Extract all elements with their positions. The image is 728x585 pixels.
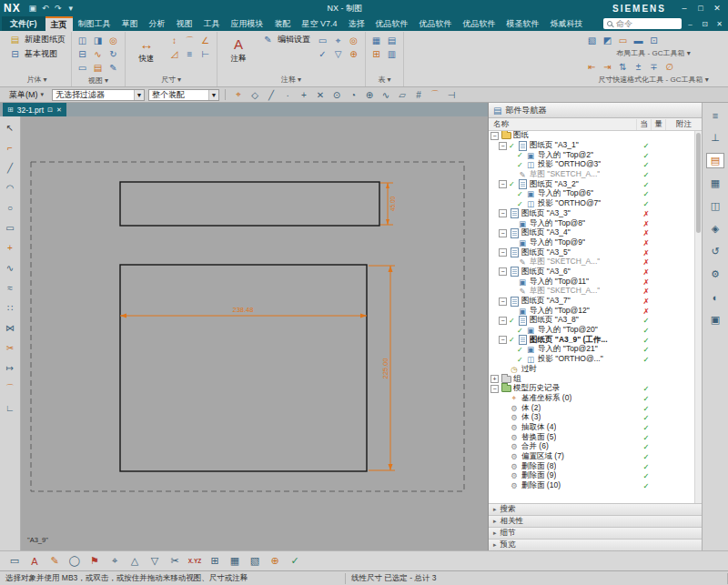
linear-dimension-icon[interactable]: ↕ (167, 35, 181, 46)
collapse-icon[interactable]: − (499, 267, 507, 276)
menu-tab-7[interactable]: 应用模块 (226, 16, 269, 31)
tree-row[interactable]: ⚙体 (3)✓ (489, 413, 694, 423)
chamfer-dimension-icon[interactable]: ◿ (167, 48, 181, 60)
system-materials-icon[interactable]: ▣ (706, 312, 724, 328)
menu-file[interactable]: 文件(F) (2, 16, 46, 31)
section-search[interactable]: ▸搜索 (489, 503, 702, 515)
tree-row[interactable]: ⚙删除面 (8)✓ (489, 461, 694, 471)
tree-row[interactable]: −图纸页 "A3_7"✗ (489, 297, 694, 307)
thickness-dimension-icon[interactable]: ≡ (183, 48, 197, 60)
visibility-check-icon[interactable]: ✓ (509, 336, 516, 344)
scrollbar-thumb[interactable] (696, 133, 701, 233)
selection-filter-dropdown[interactable]: 无选择过滤器 ▼ (52, 89, 145, 101)
visibility-check-icon[interactable]: ✓ (509, 317, 516, 325)
rectangle-icon[interactable]: ▭ (3, 222, 17, 234)
tree-row[interactable]: ⚙删除面 (9)✓ (489, 471, 694, 481)
process-studio-icon[interactable]: ⚙ (706, 267, 724, 282)
tree-row[interactable]: ⚙合并 (6)✓ (489, 442, 694, 452)
redo-icon[interactable]: ↷ (52, 4, 65, 13)
tree-row[interactable]: ✎草图 "SKETCH_A..."✓ (489, 170, 694, 180)
bounded-grid-icon[interactable]: # (411, 88, 426, 102)
sheet-frame-icon[interactable]: ▭ (616, 35, 630, 46)
display-sheet-icon[interactable]: ▤ (91, 62, 105, 74)
collapse-icon[interactable]: − (499, 142, 507, 150)
doc-minimize-button[interactable]: – (684, 20, 696, 28)
reuse-library-icon[interactable]: ▦ (706, 176, 724, 191)
menu-tab-2[interactable]: 制图工具 (73, 16, 116, 31)
part-navigator-icon[interactable]: ▤ (706, 153, 724, 168)
menu-tab-12[interactable]: 优品软件 (414, 16, 458, 31)
break-view-icon[interactable]: ∿ (91, 48, 105, 60)
tree-row[interactable]: −模型历史记录✓ (489, 384, 694, 394)
line-icon[interactable]: ╱ (3, 162, 17, 174)
tree-row[interactable]: ⌖基准坐标系 (0)✓ (489, 394, 694, 404)
point-on-curve-icon[interactable]: ∿ (379, 88, 393, 102)
curve-rule-icon[interactable]: ⌒ (428, 88, 442, 102)
visibility-check-icon[interactable]: ✓ (517, 190, 524, 198)
quadrant-point-icon[interactable]: ◔ (346, 88, 360, 102)
edit-settings-button[interactable]: ✎编辑设置 (259, 33, 312, 46)
command-search-input[interactable]: 命令 (603, 18, 682, 29)
local-section-view-icon[interactable]: ◨ (91, 35, 105, 46)
scrollbar[interactable] (694, 131, 702, 503)
menu-tab-6[interactable]: 工具 (198, 16, 226, 31)
horizontal-dimension-text[interactable]: 238.48 (233, 306, 254, 314)
menu-tab-1[interactable]: 主页 (46, 16, 73, 31)
rapid-dimension-button[interactable]: ↔快速 (129, 33, 164, 65)
mid-point-icon[interactable]: ∙ (280, 88, 295, 102)
chamfer-icon[interactable]: ∟ (3, 402, 17, 414)
dim-text-orient-icon[interactable]: ⇅ (616, 61, 630, 73)
pattern-curve-icon[interactable]: ∷ (3, 302, 17, 314)
tab-restore-icon[interactable]: ⊡ (47, 106, 53, 114)
collapse-icon[interactable]: − (499, 298, 507, 306)
table-icon[interactable]: ▦ (227, 553, 243, 569)
visibility-check-icon[interactable]: ✓ (517, 200, 524, 208)
flag-icon[interactable]: ⚑ (86, 553, 103, 569)
dim-tolerance-icon[interactable]: ∓ (647, 61, 661, 73)
control-point-icon[interactable]: + (297, 88, 311, 102)
column-comment[interactable]: 附注 (665, 119, 702, 130)
collapse-icon[interactable]: − (490, 385, 499, 393)
intersection-icon[interactable]: ✕ (313, 88, 328, 102)
collapse-icon[interactable]: − (499, 229, 507, 237)
column-current[interactable]: 当 (636, 119, 651, 130)
tree-row[interactable]: ▣导入的 "Top@8"✗ (489, 218, 694, 228)
section-preview[interactable]: ▸预览 (489, 539, 702, 550)
tree-row[interactable]: ⚙抽取体 (4)✓ (489, 423, 694, 433)
weld-symbol-icon[interactable]: ▽ (331, 48, 345, 60)
tab-close-icon[interactable]: ✕ (56, 106, 62, 114)
point-icon[interactable]: + (3, 242, 17, 254)
minimize-button[interactable]: – (677, 2, 692, 15)
circle-icon[interactable]: ○ (3, 202, 17, 214)
tree-row[interactable]: ⚙替换面 (5)✓ (489, 432, 694, 442)
save-icon[interactable]: ▣ (26, 4, 39, 13)
menu-tab-5[interactable]: 视图 (171, 16, 198, 31)
radial-dimension-icon[interactable]: ⌒ (183, 35, 197, 46)
selection-scope-dropdown[interactable]: 整个装配 ▼ (148, 89, 219, 101)
doc-close-button[interactable]: ✕ (713, 20, 725, 28)
new-sheet-button[interactable]: ▤新建图纸页 (6, 33, 67, 46)
hd3d-tools-icon[interactable]: ◈ (706, 221, 724, 237)
section-view-icon[interactable]: ⊟ (76, 48, 89, 60)
menu-tab-15[interactable]: 烁威科技 (545, 16, 589, 31)
visibility-check-icon[interactable]: ✓ (517, 327, 524, 335)
main-rectangle[interactable] (120, 265, 367, 471)
maximize-button[interactable]: □ (693, 2, 708, 15)
constraint-navigator-icon[interactable]: ⊥ (706, 130, 724, 146)
tree-row[interactable]: ⚙体 (2)✓ (489, 403, 694, 413)
column-quantity[interactable]: 量 (651, 119, 665, 130)
center-mark-icon[interactable]: ⊕ (347, 48, 360, 60)
grid-icon[interactable]: ⊞ (207, 553, 223, 569)
arc-icon[interactable]: ◠ (3, 182, 17, 194)
tree-row[interactable]: ▣导入的 "Top@9"✗ (489, 238, 694, 248)
check-icon[interactable]: ✓ (287, 553, 303, 569)
tree-row[interactable]: ✎草图 "SKETCH_A..."✗ (489, 287, 694, 297)
menu-tab-10[interactable]: 选择 (343, 16, 370, 31)
scissors-icon[interactable]: ✂ (167, 553, 183, 569)
arc-center-icon[interactable]: ⊙ (329, 88, 344, 102)
tree-row[interactable]: −图纸页 "A3_4"✗ (489, 228, 694, 238)
align-view-icon[interactable]: ◩ (601, 35, 614, 46)
visibility-check-icon[interactable]: ✓ (517, 151, 524, 159)
collapse-icon[interactable]: − (499, 317, 507, 325)
expand-icon[interactable]: + (490, 375, 499, 383)
